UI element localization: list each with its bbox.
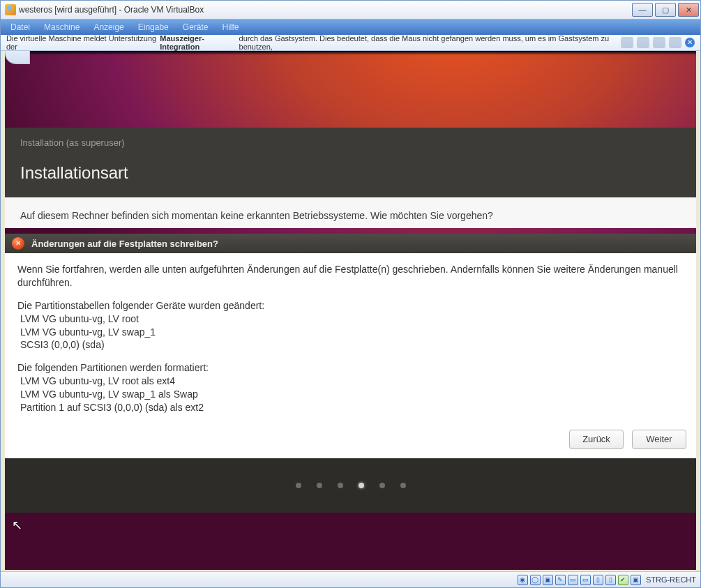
- infobar-icon: [637, 37, 649, 48]
- dialog-section1-item: LVM VG ubuntu-vg, LV swap_1: [20, 326, 684, 339]
- dialog-intro: Wenn Sie fortfahren, werden alle unten a…: [17, 263, 684, 289]
- menu-eingabe[interactable]: Eingabe: [131, 21, 176, 33]
- progress-dot: [400, 483, 406, 488]
- dialog-close-icon[interactable]: ✕: [12, 237, 24, 250]
- menu-geraete[interactable]: Geräte: [176, 21, 216, 33]
- dialog-section2-title: Die folgenden Partitionen werden formati…: [17, 361, 684, 375]
- progress-strip: [5, 458, 696, 513]
- next-button[interactable]: Weiter: [632, 430, 686, 449]
- sb-mouse-icon[interactable]: ✔: [618, 575, 628, 585]
- host-key-label: STRG-RECHT: [646, 575, 696, 584]
- window-title: westeros [wird ausgeführt] - Oracle VM V…: [19, 5, 632, 15]
- sb-clipboard-icon[interactable]: ▯: [605, 575, 616, 585]
- virtualbox-icon: [5, 4, 16, 15]
- sb-shared-icon[interactable]: ▯: [593, 575, 603, 585]
- mouse-integration-infobar: Die virtuelle Maschine meldet Unterstütz…: [1, 35, 700, 51]
- infobar-text-bold: Mauszeiger-Integration: [160, 34, 239, 51]
- dialog-section2-item: LVM VG ubuntu-vg, LV swap_1 als Swap: [20, 388, 684, 401]
- maximize-button[interactable]: ▢: [655, 3, 676, 17]
- sb-hdd-icon[interactable]: ◉: [518, 575, 528, 585]
- dialog-section1-item: SCSI3 (0,0,0) (sda): [20, 338, 684, 352]
- progress-dot: [338, 483, 343, 488]
- infobar-close-icon[interactable]: [685, 38, 695, 47]
- vb-menubar: Datei Maschine Anzeige Eingabe Geräte Hi…: [1, 20, 700, 35]
- sb-hostkey-icon[interactable]: ▣: [631, 575, 641, 585]
- dialog-section2-item: Partition 1 auf SCSI3 (0,0,0) (sda) als …: [20, 401, 684, 414]
- menu-maschine[interactable]: Maschine: [37, 21, 86, 33]
- dialog-title: Änderungen auf die Festplatten schreiben…: [31, 239, 218, 249]
- vb-statusbar: ◉ ◯ ▣ ✎ ▭ ▭ ▯ ▯ ✔ ▣ STRG-RECHT: [1, 571, 700, 587]
- infobar-icon: [653, 37, 665, 48]
- progress-dot-active: [359, 483, 364, 488]
- installer-subtitle: Installation (as superuser): [20, 137, 681, 148]
- infobar-icon: [669, 37, 681, 48]
- close-button[interactable]: ✕: [678, 3, 699, 17]
- write-changes-dialog: ✕ Änderungen auf die Festplatten schreib…: [5, 234, 696, 459]
- installer-body-line: Auf diesem Rechner befinden sich momenta…: [20, 210, 681, 221]
- sb-cd-icon[interactable]: ◯: [530, 575, 541, 585]
- sb-usb-icon[interactable]: ✎: [555, 575, 566, 585]
- sb-network-icon[interactable]: ▭: [580, 575, 591, 585]
- progress-dot: [379, 483, 385, 488]
- menu-anzeige[interactable]: Anzeige: [86, 21, 130, 33]
- dialog-section1-item: LVM VG ubuntu-vg, LV root: [20, 312, 684, 326]
- progress-dot: [296, 483, 301, 488]
- menu-hilfe[interactable]: Hilfe: [215, 21, 246, 33]
- progress-dot: [317, 483, 322, 488]
- dialog-section2-item: LVM VG ubuntu-vg, LV root als ext4: [20, 375, 684, 388]
- back-button[interactable]: Zurück: [569, 430, 624, 449]
- installer-heading: Installationsart: [20, 163, 681, 183]
- sb-folder-icon[interactable]: ▣: [543, 575, 553, 585]
- menu-datei[interactable]: Datei: [3, 21, 37, 33]
- infobar-text-post: durch das Gastsystem. Dies bedeutet, das…: [239, 34, 621, 51]
- vb-titlebar: westeros [wird ausgeführt] - Oracle VM V…: [1, 1, 700, 20]
- guest-viewport: Installation (as superuser) Installation…: [5, 51, 696, 570]
- minimize-button[interactable]: —: [632, 3, 653, 17]
- sb-display-icon[interactable]: ▭: [568, 575, 578, 585]
- infobar-text-pre: Die virtuelle Maschine meldet Unterstütz…: [6, 34, 160, 51]
- infobar-icon: [621, 37, 633, 48]
- dialog-section1-title: Die Partitionstabellen folgender Geräte …: [17, 299, 684, 312]
